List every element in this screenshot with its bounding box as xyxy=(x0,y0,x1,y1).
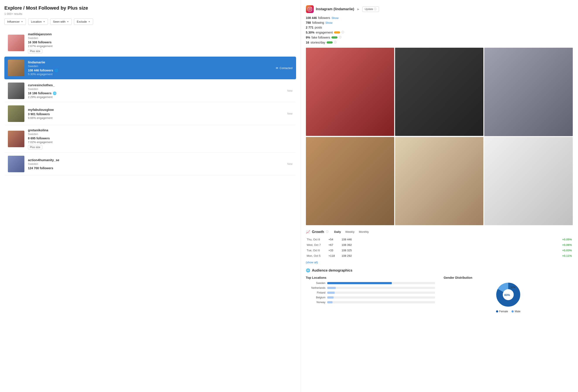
location-bar-container xyxy=(327,282,435,284)
profile-platform: Instagram (lindamariie) xyxy=(316,7,354,11)
globe-icon: 🌐 xyxy=(53,91,56,95)
male-dot xyxy=(512,310,514,313)
location-bar xyxy=(327,292,335,294)
fake-followers-label: fake followers xyxy=(312,36,330,39)
avatar xyxy=(8,82,24,99)
post-thumbnail[interactable] xyxy=(306,48,394,136)
globe-icon: 🌐 xyxy=(306,268,310,273)
monthly-tab[interactable]: Monthly xyxy=(357,230,371,234)
contacted-badge: ✉ Contacted xyxy=(276,66,292,70)
influencer-name: gretanikolina xyxy=(28,128,292,132)
delta-cell: +67 xyxy=(328,242,341,248)
table-row: Mon, Oct 5 +118 108 292 +0.11% xyxy=(306,253,573,259)
female-dot xyxy=(496,310,498,313)
category-tag: Plus size xyxy=(28,49,42,53)
location-name: Finland xyxy=(306,291,326,294)
seen-with-filter[interactable]: Seen with ▼ xyxy=(50,19,72,25)
gender-legend: Female Male xyxy=(444,310,573,313)
location-bar-container xyxy=(327,287,435,289)
show-followers-link[interactable]: Show xyxy=(332,16,338,20)
daily-tab[interactable]: Daily xyxy=(332,230,343,234)
svg-text:83%: 83% xyxy=(504,293,510,297)
trending-up-icon: 📈 xyxy=(306,230,310,234)
post-thumbnail[interactable] xyxy=(395,48,483,136)
location-bar xyxy=(327,282,392,284)
globe-icon: 🌐 xyxy=(54,69,58,72)
post-thumbnail[interactable] xyxy=(484,137,573,225)
list-item: Finland xyxy=(306,291,435,294)
show-all-link[interactable]: (show all) xyxy=(306,261,573,264)
info-icon: ⓘ xyxy=(326,230,329,234)
table-row[interactable]: lindamariie Sweden 108 446 followers 🌐 5… xyxy=(4,57,296,79)
following-value: 788 xyxy=(306,21,311,24)
influencer-list: matildajanzonn Sweden 16 308 followers 2… xyxy=(4,29,296,176)
followers-label: followers xyxy=(318,16,330,20)
exclude-filter[interactable]: Exclude ▼ xyxy=(74,19,93,25)
table-row[interactable]: action4humanity_se Sweden 124 700 follow… xyxy=(4,153,296,176)
new-badge: New xyxy=(287,162,292,165)
stories-stat: 16 stories/day ⓘ xyxy=(306,40,573,44)
followers-count: 18 186 followers 🌐 xyxy=(28,91,292,95)
gender-title: Gender Distribution xyxy=(444,276,573,279)
table-row: Tue, Oct 6 +33 108 325 +0.03% xyxy=(306,248,573,253)
post-thumbnail[interactable] xyxy=(306,137,394,225)
post-thumbnail[interactable] xyxy=(484,48,573,136)
influencer-filter[interactable]: Influencer ▼ xyxy=(4,19,26,25)
left-panel: Explore / Most Followed by Plus size 1 0… xyxy=(0,0,301,392)
info-icon: ⓘ xyxy=(334,40,337,44)
location-name: Norway xyxy=(306,301,326,304)
pct-cell: +0.06% xyxy=(358,242,573,248)
country-label: Sweden xyxy=(28,87,292,91)
total-cell: 108 292 xyxy=(341,253,358,259)
followers-count: 8 695 followers xyxy=(28,137,292,140)
new-badge: New xyxy=(287,89,292,92)
table-row[interactable]: gretanikolina Sweden 8 695 followers 7.0… xyxy=(4,125,296,153)
location-filter[interactable]: Location ▼ xyxy=(28,19,48,25)
chevron-down-icon: ▼ xyxy=(21,20,23,23)
table-row[interactable]: curvesinclothes_ Sweden 18 186 followers… xyxy=(4,79,296,102)
update-button[interactable]: Update ⓘ xyxy=(362,6,379,12)
post-thumbnail[interactable] xyxy=(395,137,483,225)
total-cell: 108 446 xyxy=(341,237,358,242)
engagement-rate: 2.67% engagement xyxy=(28,44,292,48)
influencer-name: matildajanzonn xyxy=(28,32,292,36)
gender-column: Gender Distribution xyxy=(444,276,573,313)
engagement-rate: 2.29% engagement xyxy=(28,95,292,99)
info-icon: ⓘ xyxy=(341,31,344,34)
engagement-rate: 7.02% engagement xyxy=(28,140,292,144)
engagement-rate: 5.30% engagement xyxy=(28,73,292,76)
location-bar-container xyxy=(327,301,435,303)
stats-grid: 108 446 followers Show 788 following Sho… xyxy=(306,16,573,44)
locations-column: Top Locations Sweden Netherlands xyxy=(306,276,435,313)
page-title: Explore / Most Followed by Plus size xyxy=(4,5,296,11)
results-count: 1 000+ results xyxy=(4,12,296,15)
pct-cell: +0.11% xyxy=(358,253,573,259)
info-icon: ⓘ xyxy=(339,36,341,39)
app-container: Explore / Most Followed by Plus size 1 0… xyxy=(0,0,578,392)
female-legend-item: Female xyxy=(496,310,508,313)
instagram-icon xyxy=(306,5,314,13)
svg-point-1 xyxy=(309,8,310,10)
influencer-name: action4humanity_se xyxy=(28,158,292,162)
weekly-tab[interactable]: Weekly xyxy=(343,230,357,234)
new-badge: New xyxy=(287,112,292,115)
card-info: matildajanzonn Sweden 16 308 followers 2… xyxy=(28,32,292,53)
mail-icon: ✉ xyxy=(276,66,278,70)
avatar xyxy=(8,35,24,51)
location-bar-container xyxy=(327,292,435,294)
filter-bar: Influencer ▼ Location ▼ Seen with ▼ Excl… xyxy=(4,19,296,25)
list-item: Norway xyxy=(306,301,435,304)
location-bar xyxy=(327,287,336,289)
posts-value: 2 771 xyxy=(306,26,314,29)
show-following-link[interactable]: Show xyxy=(325,21,333,24)
card-info: lindamariie Sweden 108 446 followers 🌐 5… xyxy=(28,60,292,76)
table-row[interactable]: matildajanzonn Sweden 16 308 followers 2… xyxy=(4,29,296,57)
card-info: myfabulousglow 3 901 followers 9.66% eng… xyxy=(28,108,292,119)
table-row[interactable]: myfabulousglow 3 901 followers 9.66% eng… xyxy=(4,102,296,125)
posts-stat: 2 771 posts xyxy=(306,26,573,29)
male-legend-item: Male xyxy=(512,310,521,313)
chevron-down-icon: ▼ xyxy=(67,20,69,23)
day-cell: Thu, Oct 8 xyxy=(306,237,328,242)
avatar xyxy=(8,105,24,122)
table-row: Wed, Oct 7 +67 108 392 +0.06% xyxy=(306,242,573,248)
